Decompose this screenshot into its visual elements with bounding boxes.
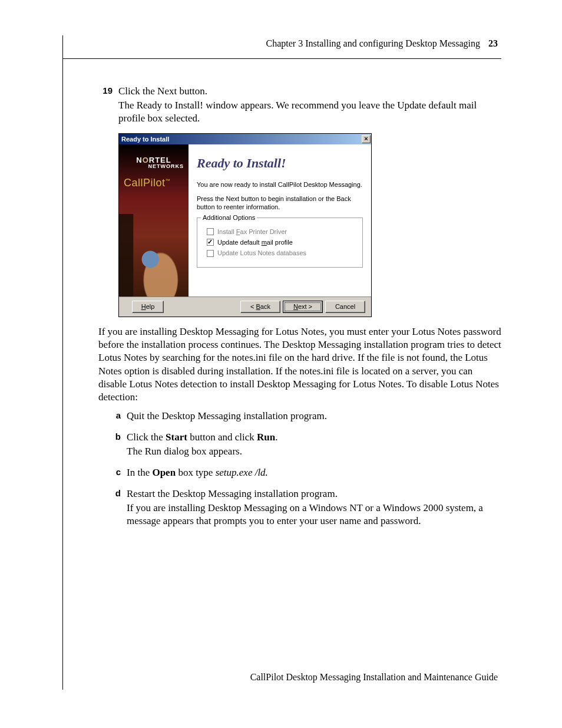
substep-letter: d xyxy=(107,487,127,529)
step-line-1: Click the Next button. xyxy=(118,85,501,98)
next-button[interactable]: Next > xyxy=(283,301,323,313)
dialog-side-graphic: NORTEL NETWORKS CallPilot™ xyxy=(119,144,189,297)
dialog-title: Ready to Install xyxy=(121,135,169,143)
step-body: Click the Next button. The Ready to Inst… xyxy=(118,85,501,126)
page: Chapter 3 Installing and configuring Des… xyxy=(62,35,501,690)
option-update-mail-profile[interactable]: Update default mail profile xyxy=(207,238,353,246)
chapter-title: Chapter 3 Installing and configuring Des… xyxy=(266,38,481,48)
paragraph-lotus-notes: If you are installing Desktop Messaging … xyxy=(98,325,501,404)
substeps: a Quit the Desktop Messaging installatio… xyxy=(98,410,501,529)
substep-letter: b xyxy=(107,431,127,459)
callpilot-logo: CallPilot™ xyxy=(124,176,184,190)
dialog-text-1: You are now ready to install CallPilot D… xyxy=(197,180,363,189)
substep-letter: a xyxy=(107,410,127,424)
substep-a: a Quit the Desktop Messaging installatio… xyxy=(98,410,501,424)
running-header: Chapter 3 Installing and configuring Des… xyxy=(63,35,501,59)
checkbox-icon xyxy=(207,228,214,235)
substep-d: d Restart the Desktop Messaging installa… xyxy=(98,487,501,529)
side-image xyxy=(119,214,189,297)
page-body: 19 Click the Next button. The Ready to I… xyxy=(63,59,501,529)
step-19: 19 Click the Next button. The Ready to I… xyxy=(98,85,501,126)
footer-text: CallPilot Desktop Messaging Installation… xyxy=(250,672,498,683)
checkbox-checked-icon[interactable] xyxy=(207,239,214,246)
step-line-2: The Ready to Install! window appears. We… xyxy=(118,99,501,125)
substep-letter: c xyxy=(107,466,127,480)
dialog-main-panel: Ready to Install! You are now ready to i… xyxy=(189,144,371,297)
cancel-button[interactable]: Cancel xyxy=(325,301,365,313)
checkbox-icon xyxy=(207,250,214,257)
help-button[interactable]: Help xyxy=(132,301,164,313)
substep-b: b Click the Start button and click Run. … xyxy=(98,431,501,459)
dialog-titlebar: Ready to Install × xyxy=(119,134,371,144)
dialog-content: NORTEL NETWORKS CallPilot™ Ready to Inst… xyxy=(119,144,371,297)
groupbox-legend: Additional Options xyxy=(201,213,257,222)
ready-to-install-dialog: Ready to Install × NORTEL NETWORKS CallP… xyxy=(118,133,372,317)
dialog-heading: Ready to Install! xyxy=(197,155,363,172)
page-number: 23 xyxy=(488,38,498,48)
substep-c: c In the Open box type setup.exe /ld. xyxy=(98,466,501,480)
dialog-button-bar: Help < Back Next > Cancel xyxy=(119,297,371,317)
step-number: 19 xyxy=(98,85,118,126)
networks-subtext: NETWORKS xyxy=(124,163,184,170)
back-button[interactable]: < Back xyxy=(240,301,280,313)
dialog-text-2: Press the Next button to begin installat… xyxy=(197,195,363,212)
option-install-fax-driver: Install Fax Printer Driver xyxy=(207,228,353,236)
close-button[interactable]: × xyxy=(362,135,371,143)
option-update-lotus-notes: Update Lotus Notes databases xyxy=(207,249,353,257)
additional-options-group: Additional Options Install Fax Printer D… xyxy=(197,218,363,268)
